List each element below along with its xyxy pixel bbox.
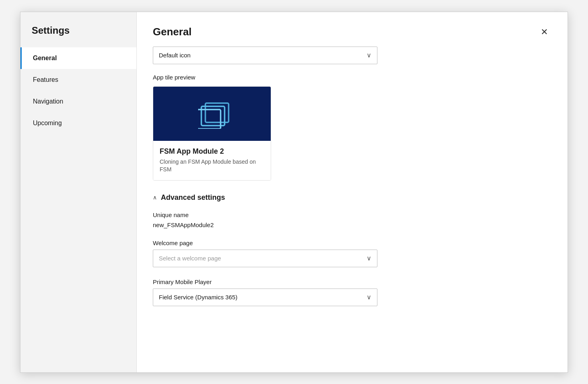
primary-mobile-value: Field Service (Dynamics 365) — [159, 294, 237, 301]
unique-name-label: Unique name — [153, 211, 552, 218]
chevron-up-icon: ∧ — [153, 194, 157, 201]
app-module-icon — [198, 102, 230, 129]
welcome-page-label: Welcome page — [153, 240, 552, 246]
advanced-settings-toggle[interactable]: ∧ Advanced settings — [153, 193, 552, 202]
sidebar-nav: General Features Navigation Upcoming — [20, 47, 136, 134]
sidebar-item-general[interactable]: General — [20, 47, 136, 69]
icon-dropdown[interactable]: Default icon ∨ — [153, 47, 377, 64]
welcome-page-placeholder: Select a welcome page — [159, 255, 221, 262]
close-button[interactable]: ✕ — [537, 25, 552, 39]
unique-name-field: Unique name new_FSMAppModule2 — [153, 211, 552, 228]
app-tile-name: FSM App Module 2 — [160, 147, 264, 156]
sidebar: Settings General Features Navigation Upc… — [20, 12, 137, 372]
main-content: Default icon ∨ App tile preview — [137, 39, 568, 372]
icon-dropdown-wrapper: Default icon ∨ — [153, 47, 552, 64]
app-tile: FSM App Module 2 Cloning an FSM App Modu… — [153, 86, 271, 181]
unique-name-value: new_FSMAppModule2 — [153, 221, 552, 228]
main-header: General ✕ — [137, 12, 568, 39]
app-tile-description: Cloning an FSM App Module based on FSM — [160, 158, 264, 174]
app-tile-body: FSM App Module 2 Cloning an FSM App Modu… — [153, 141, 271, 180]
chevron-down-icon: ∨ — [367, 51, 371, 59]
page-title: General — [153, 26, 192, 38]
primary-mobile-label: Primary Mobile Player — [153, 278, 552, 285]
icon-dropdown-value: Default icon — [159, 52, 191, 59]
advanced-settings-title: Advanced settings — [161, 193, 225, 202]
main-panel: General ✕ Default icon ∨ App tile previe… — [137, 12, 568, 372]
welcome-page-field: Welcome page Select a welcome page ∨ — [153, 240, 552, 267]
welcome-page-dropdown[interactable]: Select a welcome page ∨ — [153, 250, 377, 267]
sidebar-item-upcoming[interactable]: Upcoming — [20, 112, 136, 134]
primary-mobile-chevron-icon: ∨ — [367, 293, 371, 301]
settings-modal: Settings General Features Navigation Upc… — [20, 12, 568, 373]
app-tile-preview-label: App tile preview — [153, 74, 552, 81]
sidebar-title: Settings — [20, 12, 136, 47]
primary-mobile-field: Primary Mobile Player Field Service (Dyn… — [153, 278, 552, 306]
sidebar-item-features[interactable]: Features — [20, 69, 136, 91]
app-tile-icon-graphic — [198, 102, 226, 126]
welcome-page-chevron-icon: ∨ — [367, 254, 371, 262]
sidebar-item-navigation[interactable]: Navigation — [20, 91, 136, 112]
primary-mobile-dropdown[interactable]: Field Service (Dynamics 365) ∨ — [153, 289, 377, 306]
app-tile-image — [153, 87, 271, 141]
